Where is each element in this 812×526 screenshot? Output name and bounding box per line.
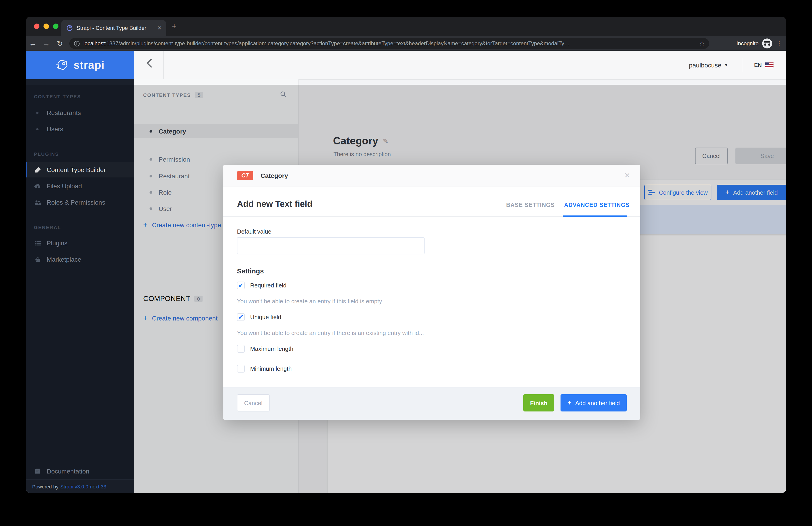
checkbox[interactable]: ✔: [237, 345, 245, 352]
unique-field-row[interactable]: ✔ Unique field: [237, 313, 281, 321]
active-tab-underline: [563, 215, 627, 217]
close-icon[interactable]: ✕: [624, 171, 630, 180]
reload-icon[interactable]: ↻: [53, 39, 67, 48]
user-menu[interactable]: paulbocuse ▾: [689, 51, 727, 79]
site-info-icon[interactable]: [74, 41, 80, 46]
required-field-helper: You won't be able to create an entry if …: [237, 298, 382, 305]
bookmark-star-icon[interactable]: ☆: [699, 40, 705, 47]
finish-button[interactable]: Finish: [523, 394, 554, 411]
modal-title: Add new Text field: [237, 199, 313, 209]
modal-add-another-field-button[interactable]: + Add another field: [561, 394, 627, 411]
unique-field-helper: You won't be able to create an entry if …: [237, 330, 424, 336]
checkbox-label: Required field: [250, 282, 286, 289]
strapi-rocket-icon: [56, 58, 69, 72]
browser-window: Strapi - Content Type Builder ✕ + ← → ↻ …: [26, 17, 786, 493]
traffic-light-close[interactable]: [34, 24, 40, 29]
incognito-icon: [762, 39, 772, 48]
traffic-light-minimize[interactable]: [44, 24, 49, 29]
new-tab-icon[interactable]: +: [172, 22, 176, 30]
tab-base-settings[interactable]: BASE SETTINGS: [506, 202, 555, 208]
app-header: paulbocuse ▾ EN: [134, 51, 786, 80]
strapi-logo-text: strapi: [74, 59, 105, 71]
url-path: :1337/admin/plugins/content-type-builder…: [105, 40, 697, 47]
checkbox-label: Minimum length: [250, 365, 292, 372]
address-bar[interactable]: localhost:1337/admin/plugins/content-typ…: [69, 38, 709, 49]
caret-down-icon: ▾: [725, 62, 727, 67]
required-field-row[interactable]: ✔ Required field: [237, 282, 286, 289]
checkbox[interactable]: ✔: [237, 365, 245, 373]
modal-header: CT Category: [223, 165, 640, 186]
browser-tabstrip: Strapi - Content Type Builder ✕ +: [26, 17, 786, 36]
screen: Strapi - Content Type Builder ✕ + ← → ↻ …: [0, 0, 812, 526]
checkbox[interactable]: ✔: [237, 313, 245, 321]
default-value-input[interactable]: [237, 237, 424, 254]
chrome-right-controls: Incognito ⋮: [737, 36, 783, 51]
maximum-length-row[interactable]: ✔ Maximum length: [237, 345, 293, 352]
back-icon[interactable]: ←: [26, 40, 40, 47]
strapi-favicon: [66, 25, 73, 32]
user-name: paulbocuse: [689, 61, 721, 69]
add-field-modal: CT Category ✕ Add new Text field BASE SE…: [223, 165, 640, 420]
default-value-label: Default value: [237, 228, 272, 235]
minimum-length-row[interactable]: ✔ Minimum length: [237, 365, 292, 373]
forward-icon[interactable]: →: [40, 40, 53, 47]
checkbox-label: Unique field: [250, 314, 281, 320]
header-divider: [163, 51, 163, 79]
content-type-badge: CT: [237, 171, 253, 180]
incognito-label: Incognito: [737, 40, 758, 47]
locale-divider: [743, 58, 743, 72]
browser-menu-icon[interactable]: ⋮: [776, 40, 783, 47]
url-host: localhost: [83, 40, 105, 47]
modal-content-type-name: Category: [261, 172, 288, 179]
us-flag-icon: [765, 62, 773, 68]
settings-title: Settings: [237, 267, 264, 275]
strapi-admin: strapi CONTENT TYPES Restaurants Users P…: [26, 51, 786, 493]
browser-toolbar: ← → ↻ localhost:1337/admin/plugins/conte…: [26, 36, 786, 51]
checkbox[interactable]: ✔: [237, 282, 245, 289]
browser-tab[interactable]: Strapi - Content Type Builder ✕: [61, 20, 166, 36]
tab-close-icon[interactable]: ✕: [157, 25, 162, 31]
modal-cancel-button[interactable]: Cancel: [237, 394, 270, 411]
strapi-logo[interactable]: strapi: [26, 51, 134, 79]
tab-title: Strapi - Content Type Builder: [76, 25, 154, 31]
locale-label: EN: [754, 62, 762, 68]
modal-footer: Cancel Finish + Add another field: [223, 388, 640, 420]
locale-switcher[interactable]: EN: [754, 51, 773, 79]
checkbox-label: Maximum length: [250, 345, 293, 352]
back-chevron-icon[interactable]: [146, 58, 156, 68]
traffic-light-zoom[interactable]: [53, 24, 58, 29]
tab-advanced-settings[interactable]: ADVANCED SETTINGS: [564, 202, 629, 208]
modal-add-another-field-label: Add another field: [575, 400, 620, 406]
plus-icon: +: [567, 399, 571, 406]
